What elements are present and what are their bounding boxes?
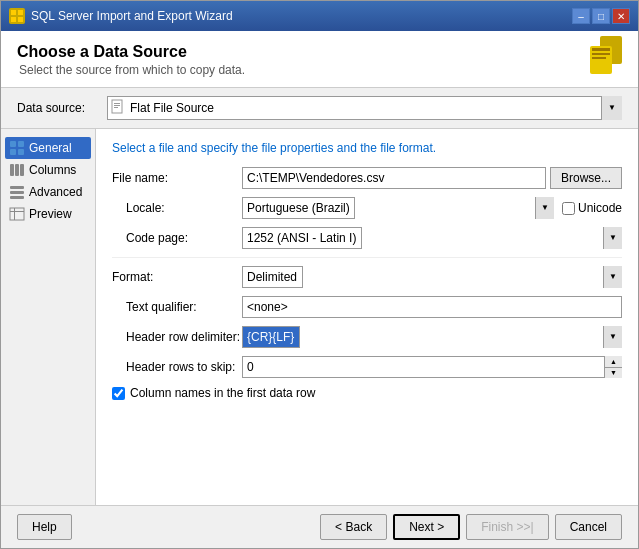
format-label: Format: bbox=[112, 270, 242, 284]
spin-buttons: ▲ ▼ bbox=[604, 356, 622, 378]
textqualifier-row: Text qualifier: bbox=[112, 296, 622, 318]
columns-icon bbox=[9, 162, 25, 178]
sidebar-label-columns: Columns bbox=[29, 163, 76, 177]
advanced-icon bbox=[9, 184, 25, 200]
filename-row: File name: Browse... bbox=[112, 167, 622, 189]
unicode-wrapper: Unicode bbox=[562, 201, 622, 215]
datasource-label: Data source: bbox=[17, 101, 107, 115]
sidebar-label-advanced: Advanced bbox=[29, 185, 82, 199]
page-title: Choose a Data Source bbox=[17, 43, 622, 61]
main-content: General Columns bbox=[1, 129, 638, 505]
colnames-row: Column names in the first data row bbox=[112, 386, 622, 400]
locale-select[interactable]: Portuguese (Brazil) bbox=[242, 197, 355, 219]
title-bar-left: SQL Server Import and Export Wizard bbox=[9, 8, 233, 24]
maximize-button[interactable]: □ bbox=[592, 8, 610, 24]
svg-rect-14 bbox=[10, 149, 16, 155]
svg-rect-3 bbox=[18, 17, 23, 22]
main-window: SQL Server Import and Export Wizard – □ … bbox=[0, 0, 639, 549]
format-row: Format: Delimited bbox=[112, 266, 622, 288]
sidebar-label-preview: Preview bbox=[29, 207, 72, 221]
sidebar-label-general: General bbox=[29, 141, 72, 155]
svg-rect-19 bbox=[20, 164, 24, 176]
unicode-label: Unicode bbox=[578, 201, 622, 215]
close-button[interactable]: ✕ bbox=[612, 8, 630, 24]
headerrowsskip-input[interactable] bbox=[242, 356, 622, 378]
headerrowdelim-select[interactable]: {CR}{LF} bbox=[242, 326, 300, 348]
spin-down-button[interactable]: ▼ bbox=[605, 368, 622, 379]
sidebar-item-general[interactable]: General bbox=[5, 137, 91, 159]
codepage-select-wrapper: 1252 (ANSI - Latin I) bbox=[242, 227, 622, 249]
divider bbox=[112, 257, 622, 258]
svg-rect-22 bbox=[10, 196, 24, 199]
window-title: SQL Server Import and Export Wizard bbox=[31, 9, 233, 23]
codepage-label: Code page: bbox=[112, 231, 242, 245]
format-select[interactable]: Delimited bbox=[242, 266, 303, 288]
svg-rect-16 bbox=[18, 149, 24, 155]
minimize-button[interactable]: – bbox=[572, 8, 590, 24]
preview-icon bbox=[9, 206, 25, 222]
header-section: Choose a Data Source Select the source f… bbox=[1, 31, 638, 88]
svg-rect-25 bbox=[14, 208, 15, 220]
format-select-wrapper: Delimited bbox=[242, 266, 622, 288]
wizard-icon bbox=[580, 31, 628, 79]
colnames-checkbox[interactable] bbox=[112, 387, 125, 400]
svg-rect-13 bbox=[10, 141, 16, 147]
svg-rect-6 bbox=[592, 48, 610, 51]
browse-button[interactable]: Browse... bbox=[550, 167, 622, 189]
headerrowdelim-label: Header row delimiter: bbox=[112, 330, 242, 344]
title-bar: SQL Server Import and Export Wizard – □ … bbox=[1, 1, 638, 31]
datasource-icon-inline: Flat File Source bbox=[107, 96, 622, 120]
svg-rect-0 bbox=[11, 10, 16, 15]
svg-rect-17 bbox=[10, 164, 14, 176]
locale-select-wrapper: Portuguese (Brazil) bbox=[242, 197, 554, 219]
datasource-select[interactable]: Flat File Source bbox=[107, 96, 622, 120]
back-button[interactable]: < Back bbox=[320, 514, 387, 540]
colnames-label: Column names in the first data row bbox=[130, 386, 315, 400]
textqualifier-input[interactable] bbox=[242, 296, 622, 318]
svg-rect-18 bbox=[15, 164, 19, 176]
headerrowdelim-row: Header row delimiter: {CR}{LF} bbox=[112, 326, 622, 348]
svg-rect-1 bbox=[18, 10, 23, 15]
svg-rect-7 bbox=[592, 53, 610, 55]
filename-input[interactable] bbox=[242, 167, 546, 189]
content-instruction: Select a file and specify the file prope… bbox=[112, 141, 622, 155]
headerrowdelim-select-wrapper: {CR}{LF} bbox=[242, 326, 622, 348]
filename-label: File name: bbox=[112, 171, 242, 185]
svg-rect-20 bbox=[10, 186, 24, 189]
headerrowsskip-spinwrapper: ▲ ▼ bbox=[242, 356, 622, 378]
content-area: Select a file and specify the file prope… bbox=[96, 129, 638, 505]
svg-rect-8 bbox=[592, 57, 606, 59]
general-icon bbox=[9, 140, 25, 156]
sidebar-item-preview[interactable]: Preview bbox=[5, 203, 91, 225]
svg-rect-15 bbox=[18, 141, 24, 147]
textqualifier-label: Text qualifier: bbox=[112, 300, 242, 314]
headerrowsskip-row: Header rows to skip: ▲ ▼ bbox=[112, 356, 622, 378]
help-button[interactable]: Help bbox=[17, 514, 72, 540]
page-subtitle: Select the source from which to copy dat… bbox=[19, 63, 622, 77]
svg-rect-21 bbox=[10, 191, 24, 194]
unicode-checkbox[interactable] bbox=[562, 202, 575, 215]
cancel-button[interactable]: Cancel bbox=[555, 514, 622, 540]
svg-rect-2 bbox=[11, 17, 16, 22]
svg-rect-23 bbox=[10, 208, 24, 220]
datasource-select-wrapper: Flat File Source bbox=[107, 96, 622, 120]
locale-label: Locale: bbox=[112, 201, 242, 215]
codepage-select[interactable]: 1252 (ANSI - Latin I) bbox=[242, 227, 362, 249]
codepage-row: Code page: 1252 (ANSI - Latin I) bbox=[112, 227, 622, 249]
spin-up-button[interactable]: ▲ bbox=[605, 356, 622, 368]
svg-rect-24 bbox=[10, 211, 24, 212]
locale-row: Locale: Portuguese (Brazil) Unicode bbox=[112, 197, 622, 219]
sidebar-item-columns[interactable]: Columns bbox=[5, 159, 91, 181]
sidebar: General Columns bbox=[1, 129, 96, 505]
app-icon bbox=[9, 8, 25, 24]
title-controls: – □ ✕ bbox=[572, 8, 630, 24]
footer-right: < Back Next > Finish >>| Cancel bbox=[320, 514, 622, 540]
datasource-row: Data source: Flat File Source bbox=[1, 88, 638, 129]
sidebar-item-advanced[interactable]: Advanced bbox=[5, 181, 91, 203]
footer: Help < Back Next > Finish >>| Cancel bbox=[1, 505, 638, 548]
finish-button[interactable]: Finish >>| bbox=[466, 514, 548, 540]
next-button[interactable]: Next > bbox=[393, 514, 460, 540]
headerrowsskip-label: Header rows to skip: bbox=[112, 360, 242, 374]
